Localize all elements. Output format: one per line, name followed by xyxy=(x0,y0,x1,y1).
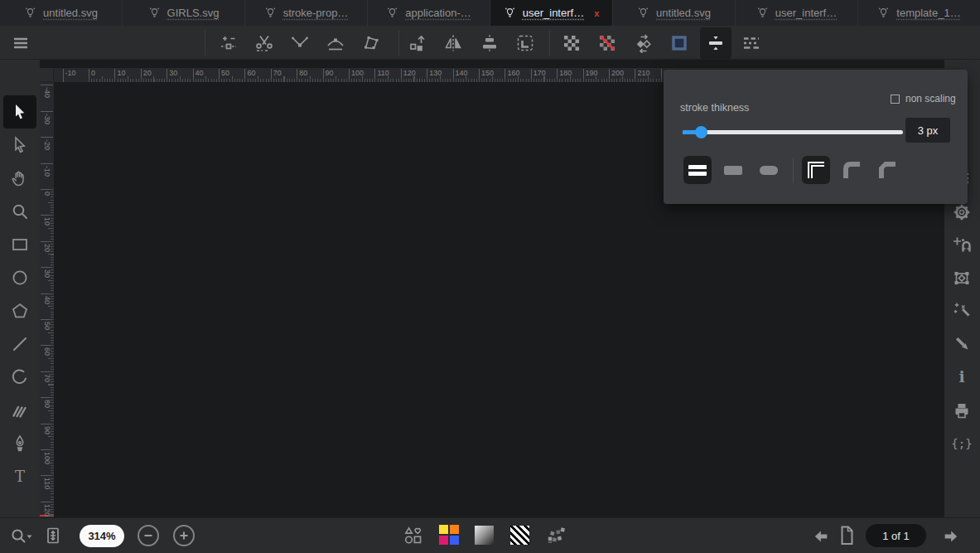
file-tab-bar: untitled.svg GIRLS.svg stroke-prop… appl… xyxy=(0,0,980,26)
page-button[interactable] xyxy=(835,523,858,548)
hatch-pattern-button[interactable] xyxy=(510,526,529,545)
magnet-icon xyxy=(952,235,972,255)
panel-transform-button[interactable] xyxy=(945,261,978,294)
page-indicator[interactable]: 1 of 1 xyxy=(866,524,926,547)
popup-title: stroke thikness xyxy=(680,102,749,114)
shapes-icon xyxy=(403,525,424,546)
cap-square-button[interactable] xyxy=(719,156,747,184)
minus-icon xyxy=(143,531,153,541)
confetti-pattern-icon xyxy=(545,525,567,546)
tool-text[interactable]: T xyxy=(3,460,36,493)
join-miter-button[interactable] xyxy=(802,156,830,184)
tool-palette: T xyxy=(0,60,40,517)
panel-export-button[interactable] xyxy=(945,327,978,360)
tab-filename: untitled.svg xyxy=(656,7,711,19)
swatch-blue xyxy=(450,536,459,545)
stroke-width-value[interactable]: 3 px xyxy=(905,118,950,143)
tab-file-0[interactable]: untitled.svg xyxy=(0,0,123,26)
swatch-orange xyxy=(450,525,459,534)
panel-print-button[interactable] xyxy=(945,394,978,427)
color-palette-button[interactable] xyxy=(439,525,459,545)
panel-info-button[interactable]: i xyxy=(945,361,978,394)
flip-horizontal-icon xyxy=(443,33,463,53)
fill-texture-button[interactable] xyxy=(556,27,587,59)
simplify-path-button[interactable] xyxy=(355,27,387,59)
tab-file-1[interactable]: GIRLS.svg xyxy=(123,0,245,26)
panel-source-button[interactable]: {;} xyxy=(945,427,978,460)
tool-pen[interactable] xyxy=(3,427,36,460)
zoom-menu-button[interactable] xyxy=(7,525,36,547)
tab-file-7[interactable]: template_1… xyxy=(858,0,980,26)
gradient-button[interactable] xyxy=(475,526,494,545)
next-page-button[interactable] xyxy=(940,526,962,547)
corner-node-button[interactable] xyxy=(284,27,316,59)
ellipse-icon xyxy=(10,268,30,288)
checkerboard-icon xyxy=(562,33,582,53)
tab-file-2[interactable]: stroke-prop… xyxy=(245,0,368,26)
tool-rectangle[interactable] xyxy=(3,228,36,261)
tool-brush[interactable] xyxy=(3,394,36,427)
slider-handle[interactable] xyxy=(695,126,707,138)
split-path-button[interactable] xyxy=(249,27,280,59)
stroke-width-button[interactable] xyxy=(700,27,731,59)
tab-file-6[interactable]: user_interf… xyxy=(736,0,858,26)
tab-file-5[interactable]: untitled.svg xyxy=(613,0,736,26)
align-center-button[interactable] xyxy=(474,27,505,59)
zoom-level-display[interactable]: 314% xyxy=(80,525,124,547)
cap-butt-button[interactable] xyxy=(683,156,712,184)
cap-round-icon xyxy=(760,166,778,175)
status-bar: 314% xyxy=(0,517,980,553)
zoom-in-button[interactable] xyxy=(173,525,195,546)
smooth-node-button[interactable] xyxy=(320,27,351,59)
swap-fill-stroke-button[interactable] xyxy=(628,27,659,59)
tool-direct-select[interactable] xyxy=(3,129,36,162)
tab-filename: user_interf… xyxy=(523,7,584,19)
no-paint-button[interactable] xyxy=(591,27,623,59)
hamburger-menu-button[interactable] xyxy=(5,27,36,59)
tool-polygon[interactable] xyxy=(3,294,36,327)
boxy-logo-icon xyxy=(504,7,516,19)
paste-in-place-button[interactable] xyxy=(509,27,541,59)
stroke-dashes-button[interactable] xyxy=(736,27,767,59)
gear-icon xyxy=(952,202,972,222)
join-round-button[interactable] xyxy=(838,156,866,184)
zoom-out-button[interactable] xyxy=(138,525,159,546)
tool-ellipse[interactable] xyxy=(3,261,36,294)
tab-file-4-active[interactable]: user_interf… x xyxy=(490,0,613,26)
toolbar-separator xyxy=(549,31,550,56)
stroke-width-slider[interactable] xyxy=(683,130,903,134)
tab-file-3[interactable]: application-… xyxy=(368,0,490,26)
shape-library-button[interactable] xyxy=(402,524,425,547)
non-scaling-checkbox[interactable] xyxy=(891,95,900,104)
tool-arc[interactable] xyxy=(3,361,36,394)
tab-close-icon[interactable]: x xyxy=(594,8,599,18)
info-icon: i xyxy=(952,367,972,387)
join-bevel-button[interactable] xyxy=(873,156,901,184)
hamburger-icon xyxy=(11,33,31,53)
swatch-magenta xyxy=(439,536,448,545)
ruler-corner xyxy=(40,68,54,82)
add-remove-node-button[interactable] xyxy=(213,27,244,59)
tool-select[interactable] xyxy=(3,95,36,129)
boxy-logo-icon xyxy=(637,7,649,19)
raise-to-top-button[interactable] xyxy=(402,27,433,59)
simplify-path-icon xyxy=(361,33,381,53)
boxy-logo-icon xyxy=(386,7,398,19)
panel-snapping-button[interactable] xyxy=(945,228,978,261)
join-bevel-icon xyxy=(873,156,901,184)
pen-nib-icon xyxy=(10,434,30,454)
magnifier-icon xyxy=(10,201,30,221)
tool-hand[interactable] xyxy=(3,162,36,195)
previous-page-button[interactable] xyxy=(810,526,832,547)
flip-horizontal-button[interactable] xyxy=(437,27,469,59)
stroke-color-button[interactable] xyxy=(664,27,695,59)
cap-round-button[interactable] xyxy=(755,156,783,184)
zoom-fit-button[interactable] xyxy=(41,524,65,547)
non-scaling-label: non scaling xyxy=(905,93,956,104)
tool-zoom[interactable] xyxy=(3,195,36,228)
panel-effects-button[interactable] xyxy=(945,293,978,327)
toolbar-separator xyxy=(205,31,205,56)
tool-line[interactable] xyxy=(3,327,36,361)
pattern-button[interactable] xyxy=(544,524,567,547)
boxy-logo-icon xyxy=(756,7,769,19)
